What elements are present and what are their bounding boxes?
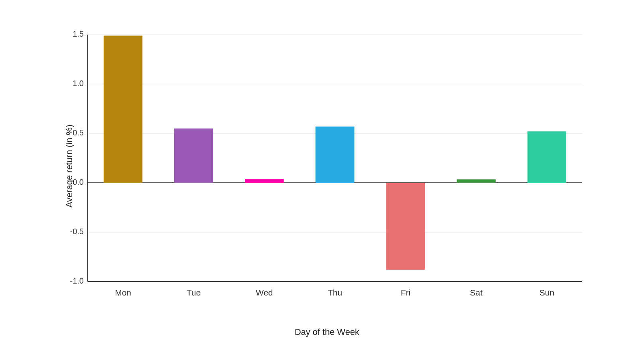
svg-text:1.5: 1.5 — [73, 29, 84, 38]
svg-text:Tue: Tue — [187, 288, 201, 297]
chart-container: Average return (in %) Day of the Week -1… — [20, 11, 618, 353]
svg-rect-15 — [104, 35, 142, 183]
svg-rect-23 — [386, 183, 425, 270]
svg-text:-0.5: -0.5 — [70, 227, 84, 236]
svg-text:-1.0: -1.0 — [70, 276, 84, 285]
svg-rect-17 — [174, 129, 213, 183]
svg-text:Wed: Wed — [256, 288, 273, 297]
svg-rect-19 — [245, 179, 284, 183]
svg-text:1.0: 1.0 — [73, 79, 84, 88]
svg-rect-21 — [315, 127, 354, 183]
bar-chart: -1.0-0.50.00.51.01.5MonTueWedThuFriSatSu… — [60, 27, 594, 305]
svg-rect-25 — [457, 179, 496, 183]
svg-text:Mon: Mon — [115, 288, 131, 297]
svg-text:Fri: Fri — [401, 288, 410, 297]
x-axis-label: Day of the Week — [295, 327, 359, 337]
svg-text:Sun: Sun — [540, 288, 554, 297]
svg-rect-27 — [528, 131, 566, 183]
svg-text:Sat: Sat — [470, 288, 483, 297]
y-axis-label: Average return (in %) — [64, 125, 75, 208]
svg-text:Thu: Thu — [328, 288, 342, 297]
chart-area: Average return (in %) Day of the Week -1… — [60, 27, 594, 305]
